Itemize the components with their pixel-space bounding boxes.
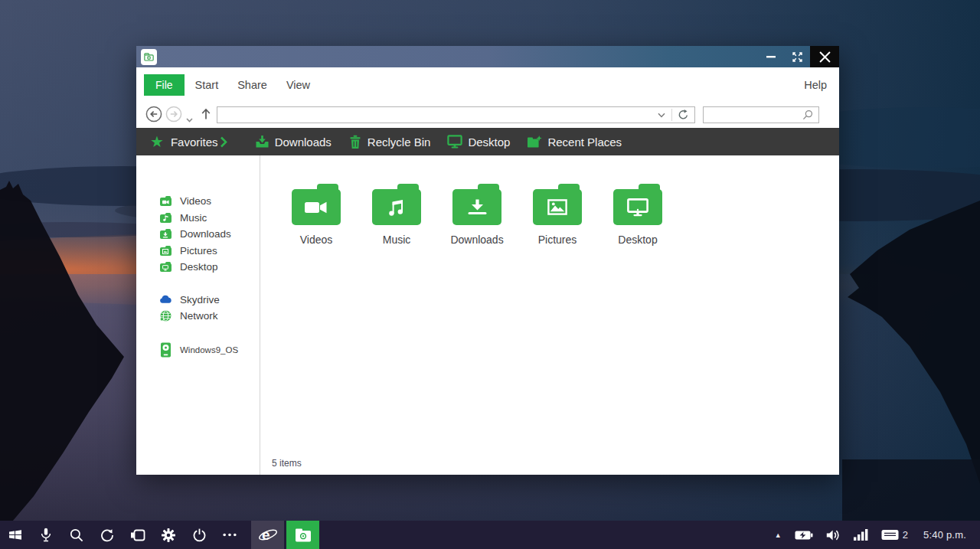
favbar-item-label: Desktop [468,136,510,149]
voice-search-button[interactable] [31,521,61,549]
search-input[interactable] [704,108,797,122]
sidebar-item-skydrive[interactable]: Skydrive [159,292,260,309]
favbar-item-label: Downloads [275,136,332,149]
globe-icon [159,310,172,322]
address-input[interactable] [217,108,652,122]
settings-button[interactable] [153,521,184,549]
video-folder-icon [159,196,172,206]
pictures-folder-icon [533,184,582,225]
forward-button[interactable] [165,106,182,126]
sidebar-item-pictures[interactable]: Pictures [159,243,260,260]
microphone-icon [41,528,51,542]
task-view-button[interactable] [122,521,153,549]
sidebar-item-windows9-os[interactable]: Windows9_OS [159,340,260,360]
favorites-bar: ★ Favorites Downloads [136,128,839,155]
titlebar[interactable] [136,46,839,67]
desktop-folder-icon [613,184,662,225]
folder-tile-music[interactable]: Music [371,184,423,246]
minimize-icon [766,56,776,58]
taskbar-clock[interactable]: 5:40 p.m. [923,529,966,541]
search-button[interactable] [61,521,92,549]
more-options-button[interactable] [214,521,245,549]
menu-start[interactable]: Start [195,79,219,91]
music-note-glyph [389,199,404,216]
address-dropdown-button[interactable] [652,113,671,118]
minimize-button[interactable] [758,46,784,67]
back-button[interactable] [145,106,162,126]
ellipsis-icon [223,533,237,537]
video-camera-glyph [305,201,328,214]
battery-button[interactable] [795,530,813,541]
window-body: Videos Music Downl [136,155,839,475]
internet-explorer-icon: e [258,526,278,544]
volume-button[interactable] [826,529,841,541]
sidebar: Videos Music Downl [136,155,260,475]
trash-icon [348,135,362,149]
folder-tile-label: Desktop [618,234,657,246]
favbar-item-desktop[interactable]: Desktop [447,135,510,149]
videos-folder-icon [292,184,341,225]
address-bar [217,106,695,123]
folder-tile-label: Music [383,234,411,246]
explorer-window: File Start Share View Help [136,46,839,475]
signal-bars-icon [854,529,868,541]
network-signal-button[interactable] [854,529,868,541]
sidebar-item-downloads[interactable]: Downloads [159,226,260,243]
maximize-icon [792,51,803,63]
folder-tile-downloads[interactable]: Downloads [451,184,503,246]
notifications-button[interactable]: 2 [881,529,908,541]
chevron-down-icon [658,113,665,118]
picture-frame-glyph [547,199,567,215]
favbar-item-recycle-bin[interactable]: Reclycle Bin [348,135,431,149]
folder-tile-videos[interactable]: Videos [290,184,342,246]
sidebar-item-network[interactable]: Network [159,308,260,325]
show-hidden-icons-button[interactable]: ▲ [775,531,782,539]
notification-icon [881,529,899,541]
explorer-app-icon [141,49,157,65]
sidebar-item-label: Skydrive [180,294,220,306]
up-button[interactable] [201,108,211,123]
battery-charging-icon [795,530,813,541]
power-button[interactable] [184,521,214,549]
sidebar-item-videos[interactable]: Videos [159,193,260,210]
sidebar-item-label: Windows9_OS [180,345,238,355]
sidebar-item-music[interactable]: Music [159,210,260,227]
favorites-title[interactable]: Favorites [171,136,218,149]
notification-count: 2 [903,529,908,541]
svg-text:e: e [262,527,270,543]
maximize-button[interactable] [784,46,810,67]
chevron-right-icon[interactable] [220,136,227,148]
search-button[interactable] [797,109,818,120]
file-explorer-taskbar-button[interactable] [286,521,319,549]
refresh-button[interactable] [672,109,694,120]
internet-explorer-taskbar-button[interactable]: e [251,521,284,549]
menu-view[interactable]: View [286,79,310,91]
folder-tile-pictures[interactable]: Pictures [531,184,583,246]
recent-locations-dropdown[interactable] [186,112,193,126]
close-button[interactable] [810,46,839,67]
taskbar: e ▲ [0,521,980,549]
sidebar-item-label: Desktop [180,261,218,273]
speaker-icon [826,529,841,541]
favbar-item-recent-places[interactable]: Recent Places [527,135,622,149]
menu-share[interactable]: Share [237,79,267,91]
favbar-item-label: Recent Places [547,136,622,149]
navigation-bar [136,102,839,128]
folder-tile-label: Videos [300,234,333,246]
folder-tile-desktop[interactable]: Desktop [612,184,664,246]
sidebar-item-label: Pictures [180,245,217,257]
favbar-item-downloads[interactable]: Downloads [255,135,332,149]
sync-button[interactable] [92,521,122,549]
start-button[interactable] [0,521,31,549]
search-icon [70,528,83,542]
sidebar-item-desktop[interactable]: Desktop [159,259,260,276]
menu-help[interactable]: Help [804,79,827,91]
menu-file[interactable]: File [144,74,185,96]
sidebar-item-label: Downloads [180,228,231,240]
file-explorer-icon [294,528,312,543]
file-list-area[interactable]: Videos [260,155,839,475]
star-icon: ★ [150,134,164,149]
folder-tile-label: Downloads [450,234,503,246]
folder-tile-label: Pictures [538,234,577,246]
windows-logo-icon [8,528,22,541]
